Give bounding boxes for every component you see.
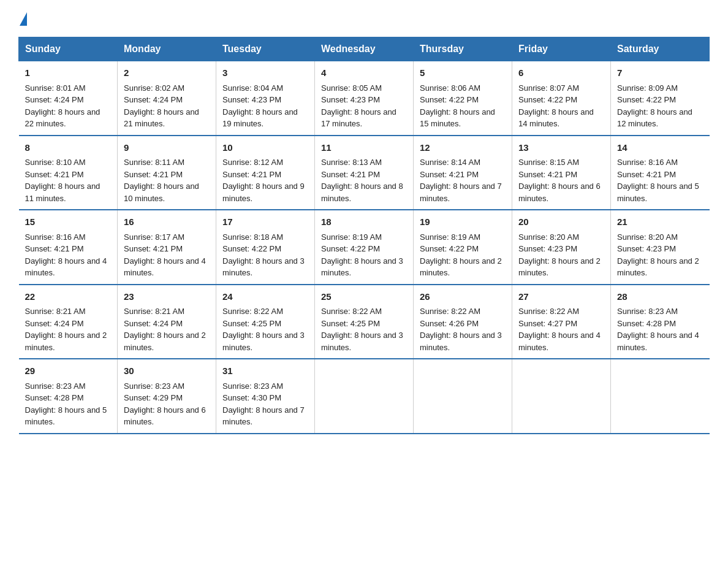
day-number: 14 [617, 141, 703, 155]
calendar-cell: 23 Sunrise: 8:21 AMSunset: 4:24 PMDaylig… [118, 285, 216, 359]
calendar-cell [611, 359, 710, 434]
day-number: 18 [321, 215, 407, 229]
calendar-cell: 3 Sunrise: 8:04 AMSunset: 4:23 PMDayligh… [216, 61, 315, 136]
calendar-cell: 25 Sunrise: 8:22 AMSunset: 4:25 PMDaylig… [315, 285, 414, 359]
day-number: 30 [124, 364, 210, 378]
day-number: 13 [518, 141, 604, 155]
day-info: Sunrise: 8:15 AMSunset: 4:21 PMDaylight:… [518, 158, 601, 203]
day-number: 2 [124, 66, 210, 80]
calendar-cell: 10 Sunrise: 8:12 AMSunset: 4:21 PMDaylig… [216, 136, 315, 210]
day-number: 31 [222, 364, 308, 378]
calendar-table: SundayMondayTuesdayWednesdayThursdayFrid… [18, 37, 710, 434]
calendar-cell: 7 Sunrise: 8:09 AMSunset: 4:22 PMDayligh… [611, 61, 710, 136]
day-info: Sunrise: 8:23 AMSunset: 4:30 PMDaylight:… [222, 381, 305, 427]
calendar-cell: 9 Sunrise: 8:11 AMSunset: 4:21 PMDayligh… [118, 136, 216, 210]
calendar-week-row: 8 Sunrise: 8:10 AMSunset: 4:21 PMDayligh… [19, 136, 710, 210]
day-number: 3 [222, 66, 308, 80]
calendar-cell: 30 Sunrise: 8:23 AMSunset: 4:29 PMDaylig… [118, 359, 216, 434]
day-number: 15 [25, 215, 112, 229]
weekday-header-thursday: Thursday [414, 37, 512, 61]
day-info: Sunrise: 8:23 AMSunset: 4:28 PMDaylight:… [617, 307, 699, 352]
logo [18, 12, 27, 25]
day-number: 28 [617, 290, 703, 304]
calendar-cell: 8 Sunrise: 8:10 AMSunset: 4:21 PMDayligh… [19, 136, 118, 210]
day-info: Sunrise: 8:22 AMSunset: 4:25 PMDaylight:… [222, 307, 305, 352]
calendar-week-row: 22 Sunrise: 8:21 AMSunset: 4:24 PMDaylig… [19, 285, 710, 359]
calendar-cell: 31 Sunrise: 8:23 AMSunset: 4:30 PMDaylig… [216, 359, 315, 434]
day-info: Sunrise: 8:23 AMSunset: 4:29 PMDaylight:… [124, 381, 206, 427]
day-info: Sunrise: 8:06 AMSunset: 4:22 PMDaylight:… [420, 83, 495, 129]
day-info: Sunrise: 8:21 AMSunset: 4:24 PMDaylight:… [124, 307, 206, 352]
day-number: 11 [321, 141, 407, 155]
day-number: 21 [617, 215, 703, 229]
day-info: Sunrise: 8:19 AMSunset: 4:22 PMDaylight:… [420, 232, 502, 278]
day-number: 4 [321, 66, 407, 80]
day-number: 20 [518, 215, 604, 229]
calendar-cell: 16 Sunrise: 8:17 AMSunset: 4:21 PMDaylig… [118, 210, 216, 285]
day-info: Sunrise: 8:16 AMSunset: 4:21 PMDaylight:… [617, 158, 699, 203]
calendar-week-row: 29 Sunrise: 8:23 AMSunset: 4:28 PMDaylig… [19, 359, 710, 434]
page-header [18, 12, 710, 25]
calendar-cell [315, 359, 414, 434]
day-info: Sunrise: 8:18 AMSunset: 4:22 PMDaylight:… [222, 232, 305, 278]
day-number: 17 [222, 215, 308, 229]
day-info: Sunrise: 8:11 AMSunset: 4:21 PMDaylight:… [124, 158, 199, 203]
day-info: Sunrise: 8:20 AMSunset: 4:23 PMDaylight:… [617, 232, 699, 278]
calendar-cell: 17 Sunrise: 8:18 AMSunset: 4:22 PMDaylig… [216, 210, 315, 285]
calendar-header-row: SundayMondayTuesdayWednesdayThursdayFrid… [19, 37, 710, 61]
day-info: Sunrise: 8:05 AMSunset: 4:23 PMDaylight:… [321, 83, 396, 129]
day-number: 19 [420, 215, 506, 229]
day-number: 27 [518, 290, 604, 304]
calendar-cell: 5 Sunrise: 8:06 AMSunset: 4:22 PMDayligh… [414, 61, 512, 136]
calendar-cell: 18 Sunrise: 8:19 AMSunset: 4:22 PMDaylig… [315, 210, 414, 285]
day-number: 8 [25, 141, 112, 155]
calendar-cell: 6 Sunrise: 8:07 AMSunset: 4:22 PMDayligh… [512, 61, 611, 136]
calendar-cell: 21 Sunrise: 8:20 AMSunset: 4:23 PMDaylig… [611, 210, 710, 285]
day-number: 29 [25, 364, 112, 378]
day-info: Sunrise: 8:16 AMSunset: 4:21 PMDaylight:… [25, 232, 107, 278]
day-number: 7 [617, 66, 703, 80]
calendar-week-row: 1 Sunrise: 8:01 AMSunset: 4:24 PMDayligh… [19, 61, 710, 136]
calendar-cell: 2 Sunrise: 8:02 AMSunset: 4:24 PMDayligh… [118, 61, 216, 136]
calendar-cell [512, 359, 611, 434]
day-info: Sunrise: 8:22 AMSunset: 4:25 PMDaylight:… [321, 307, 403, 352]
day-info: Sunrise: 8:23 AMSunset: 4:28 PMDaylight:… [25, 381, 107, 427]
calendar-cell: 15 Sunrise: 8:16 AMSunset: 4:21 PMDaylig… [19, 210, 118, 285]
weekday-header-friday: Friday [512, 37, 611, 61]
day-info: Sunrise: 8:20 AMSunset: 4:23 PMDaylight:… [518, 232, 601, 278]
day-number: 10 [222, 141, 308, 155]
day-number: 6 [518, 66, 604, 80]
weekday-header-saturday: Saturday [611, 37, 710, 61]
day-number: 22 [25, 290, 112, 304]
calendar-cell: 27 Sunrise: 8:22 AMSunset: 4:27 PMDaylig… [512, 285, 611, 359]
day-info: Sunrise: 8:04 AMSunset: 4:23 PMDaylight:… [222, 83, 298, 129]
weekday-header-monday: Monday [118, 37, 216, 61]
day-number: 26 [420, 290, 506, 304]
calendar-cell: 14 Sunrise: 8:16 AMSunset: 4:21 PMDaylig… [611, 136, 710, 210]
calendar-cell: 19 Sunrise: 8:19 AMSunset: 4:22 PMDaylig… [414, 210, 512, 285]
day-info: Sunrise: 8:22 AMSunset: 4:26 PMDaylight:… [420, 307, 502, 352]
calendar-cell: 26 Sunrise: 8:22 AMSunset: 4:26 PMDaylig… [414, 285, 512, 359]
calendar-cell: 13 Sunrise: 8:15 AMSunset: 4:21 PMDaylig… [512, 136, 611, 210]
day-info: Sunrise: 8:22 AMSunset: 4:27 PMDaylight:… [518, 307, 601, 352]
day-number: 1 [25, 66, 112, 80]
weekday-header-tuesday: Tuesday [216, 37, 315, 61]
calendar-cell: 24 Sunrise: 8:22 AMSunset: 4:25 PMDaylig… [216, 285, 315, 359]
calendar-cell: 22 Sunrise: 8:21 AMSunset: 4:24 PMDaylig… [19, 285, 118, 359]
day-info: Sunrise: 8:12 AMSunset: 4:21 PMDaylight:… [222, 158, 305, 203]
logo-text [18, 12, 27, 27]
day-info: Sunrise: 8:09 AMSunset: 4:22 PMDaylight:… [617, 83, 692, 129]
day-number: 9 [124, 141, 210, 155]
weekday-header-sunday: Sunday [19, 37, 118, 61]
calendar-cell: 4 Sunrise: 8:05 AMSunset: 4:23 PMDayligh… [315, 61, 414, 136]
calendar-cell: 29 Sunrise: 8:23 AMSunset: 4:28 PMDaylig… [19, 359, 118, 434]
calendar-cell: 28 Sunrise: 8:23 AMSunset: 4:28 PMDaylig… [611, 285, 710, 359]
day-number: 5 [420, 66, 506, 80]
logo-triangle-icon [20, 12, 27, 26]
day-number: 23 [124, 290, 210, 304]
day-info: Sunrise: 8:21 AMSunset: 4:24 PMDaylight:… [25, 307, 107, 352]
calendar-week-row: 15 Sunrise: 8:16 AMSunset: 4:21 PMDaylig… [19, 210, 710, 285]
day-number: 16 [124, 215, 210, 229]
day-info: Sunrise: 8:01 AMSunset: 4:24 PMDaylight:… [25, 83, 100, 129]
calendar-cell: 12 Sunrise: 8:14 AMSunset: 4:21 PMDaylig… [414, 136, 512, 210]
